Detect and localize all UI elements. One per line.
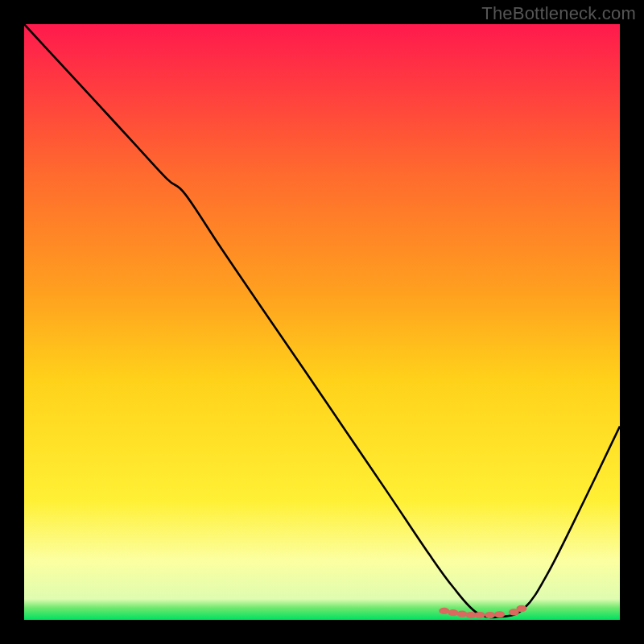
marker-dot <box>516 605 526 612</box>
marker-dot <box>439 608 449 614</box>
marker-dot <box>456 610 467 617</box>
plot-area <box>24 24 620 620</box>
marker-dot <box>494 611 505 617</box>
marker-dot <box>448 609 458 616</box>
watermark-text: TheBottleneck.com <box>481 3 636 24</box>
chart-stage: TheBottleneck.com <box>0 0 644 644</box>
marker-dot <box>466 612 477 618</box>
selected-range-markers <box>24 24 620 620</box>
marker-dot <box>485 612 495 618</box>
marker-dot <box>475 612 485 618</box>
